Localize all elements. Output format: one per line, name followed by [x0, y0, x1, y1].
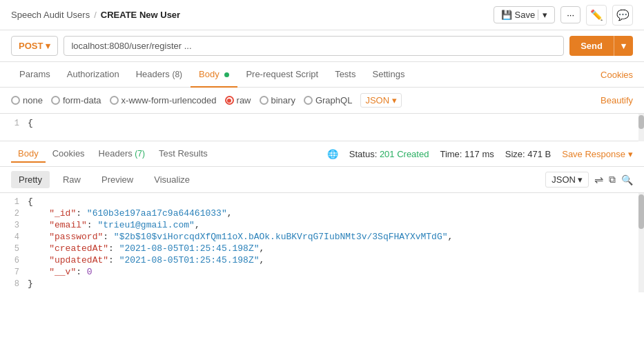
- save-button[interactable]: 💾 Save ▾: [494, 6, 556, 23]
- fmt-visualize-label: Visualize: [154, 174, 190, 185]
- radio-urlencoded-icon: [110, 96, 119, 105]
- json-line-num-7: 7: [0, 268, 28, 277]
- json-line-num-5: 5: [0, 244, 28, 254]
- res-tab-body[interactable]: Body: [11, 145, 46, 163]
- fmt-pretty-label: Pretty: [19, 174, 42, 185]
- method-dropdown[interactable]: POST ▾: [11, 36, 58, 56]
- top-bar-actions: 💾 Save ▾ ··· ✏️ 💬: [494, 5, 633, 26]
- json-line-content-5: "createdAt": "2021-08-05T01:25:45.198Z",: [28, 243, 638, 254]
- json-response-viewer[interactable]: 1 { 2 "_id": "610b3e197aa17c9a64461033",…: [0, 193, 638, 292]
- json-line-content-2: "_id": "610b3e197aa17c9a64461033",: [28, 208, 638, 219]
- json-line-2: 2 "_id": "610b3e197aa17c9a64461033",: [0, 208, 638, 219]
- request-tabs: Params Authorization Headers (8) Body Pr…: [0, 62, 644, 88]
- status-value: 201 Created: [380, 149, 429, 159]
- radio-none-icon: [11, 96, 20, 105]
- res-tab-cookies-label: Cookies: [52, 148, 85, 159]
- tab-body[interactable]: Body: [191, 62, 237, 88]
- response-json-main: 1 { 2 "_id": "610b3e197aa17c9a64461033",…: [0, 193, 638, 292]
- response-json-caret-icon: ▾: [578, 174, 583, 185]
- time-value: 117 ms: [465, 149, 494, 159]
- body-type-bar: none form-data x-www-form-urlencoded raw…: [0, 88, 644, 114]
- tab-prerequest[interactable]: Pre-request Script: [237, 62, 326, 88]
- body-type-none[interactable]: none: [11, 95, 43, 105]
- fmt-tab-preview[interactable]: Preview: [94, 171, 141, 188]
- method-caret-icon: ▾: [46, 41, 50, 51]
- body-type-urlencoded[interactable]: x-www-form-urlencoded: [110, 95, 217, 105]
- tab-tests-label: Tests: [335, 69, 355, 79]
- response-body-area: 1 { 2 "_id": "610b3e197aa17c9a64461033",…: [0, 193, 644, 292]
- fmt-tab-pretty[interactable]: Pretty: [11, 171, 50, 188]
- wrap-icon[interactable]: ⇌: [594, 173, 603, 186]
- fmt-tab-raw[interactable]: Raw: [55, 171, 88, 188]
- json-line-num-2: 2: [0, 209, 28, 219]
- cookies-link[interactable]: Cookies: [601, 70, 633, 80]
- json-line-num-3: 3: [0, 221, 28, 230]
- body-type-formdata[interactable]: form-data: [51, 95, 101, 105]
- request-editor-scrollbar[interactable]: [638, 114, 644, 141]
- radio-graphql-icon: [304, 96, 313, 105]
- body-type-raw[interactable]: raw: [225, 95, 251, 105]
- tab-settings[interactable]: Settings: [364, 62, 413, 88]
- fmt-tab-visualize[interactable]: Visualize: [146, 171, 197, 188]
- json-line-content-7: "__v": 0: [28, 267, 638, 277]
- beautify-button[interactable]: Beautify: [601, 95, 633, 105]
- tab-authorization[interactable]: Authorization: [59, 62, 128, 88]
- response-scrollbar-thumb: [638, 194, 644, 229]
- search-icon[interactable]: 🔍: [621, 174, 633, 185]
- tab-params[interactable]: Params: [11, 62, 59, 88]
- edit-icon-button[interactable]: ✏️: [586, 5, 607, 26]
- top-bar: Speech Audit Users / CREATE New User 💾 S…: [0, 0, 644, 30]
- url-input[interactable]: [64, 36, 564, 56]
- more-options-button[interactable]: ···: [560, 6, 580, 23]
- response-json-select[interactable]: JSON ▾: [545, 172, 589, 188]
- send-label: Send: [569, 36, 614, 56]
- send-caret-icon[interactable]: ▾: [614, 36, 633, 56]
- comment-icon-button[interactable]: 💬: [612, 5, 633, 26]
- body-type-graphql-label: GraphQL: [315, 95, 352, 105]
- response-format-bar: Pretty Raw Preview Visualize JSON ▾ ⇌ ⧉ …: [0, 167, 644, 193]
- save-caret-icon[interactable]: ▾: [538, 10, 547, 20]
- body-active-dot: [224, 72, 229, 77]
- time-label: Time: 117 ms: [440, 149, 494, 159]
- send-button[interactable]: Send ▾: [569, 36, 633, 56]
- response-scrollbar[interactable]: [638, 193, 644, 292]
- json-format-select[interactable]: JSON ▾: [360, 93, 402, 108]
- json-line-num-4: 4: [0, 232, 28, 242]
- json-line-4: 4 "password": "$2b$10$viHorcqdXfQm11oX.b…: [0, 231, 638, 243]
- body-type-formdata-label: form-data: [63, 95, 101, 105]
- copy-icon[interactable]: ⧉: [609, 174, 616, 185]
- res-tab-cookies[interactable]: Cookies: [46, 145, 92, 163]
- radio-formdata-icon: [51, 96, 60, 105]
- size-label: Size: 471 B: [505, 149, 552, 159]
- save-response-label: Save Response: [562, 149, 625, 159]
- json-line-num-1: 1: [0, 197, 28, 207]
- res-tab-headers[interactable]: Headers (7): [92, 145, 152, 163]
- json-line-content-6: "updatedAt": "2021-08-05T01:25:45.198Z",: [28, 255, 638, 265]
- fmt-preview-label: Preview: [101, 174, 133, 185]
- save-response-button[interactable]: Save Response ▾: [562, 149, 633, 159]
- tab-headers[interactable]: Headers (8): [128, 62, 191, 88]
- tab-authorization-label: Authorization: [67, 69, 119, 79]
- res-tab-test-results[interactable]: Test Results: [152, 145, 215, 163]
- page-title: CREATE New User: [101, 10, 180, 20]
- json-line-7: 7 "__v": 0: [0, 266, 638, 278]
- tab-tests[interactable]: Tests: [326, 62, 364, 88]
- res-tab-test-results-label: Test Results: [159, 148, 208, 159]
- tab-settings-label: Settings: [372, 69, 404, 79]
- request-body-editor[interactable]: 1 {: [0, 114, 638, 141]
- body-type-graphql[interactable]: GraphQL: [304, 95, 352, 105]
- tab-body-label: Body: [199, 69, 219, 79]
- tab-params-label: Params: [19, 69, 50, 79]
- body-type-none-label: none: [23, 95, 43, 105]
- body-type-urlencoded-label: x-www-form-urlencoded: [121, 95, 217, 105]
- json-line-content-8: }: [28, 279, 638, 289]
- request-editor: 1 {: [0, 114, 644, 141]
- json-line-1: 1 {: [0, 196, 638, 208]
- line-number-1: 1: [0, 119, 28, 128]
- response-json-label: JSON: [552, 174, 576, 185]
- json-line-8: 8 }: [0, 278, 638, 290]
- json-select-caret-icon: ▾: [392, 95, 397, 105]
- format-right-controls: JSON ▾ ⇌ ⧉ 🔍: [545, 172, 633, 188]
- body-type-raw-label: raw: [237, 95, 251, 105]
- body-type-binary[interactable]: binary: [260, 95, 295, 105]
